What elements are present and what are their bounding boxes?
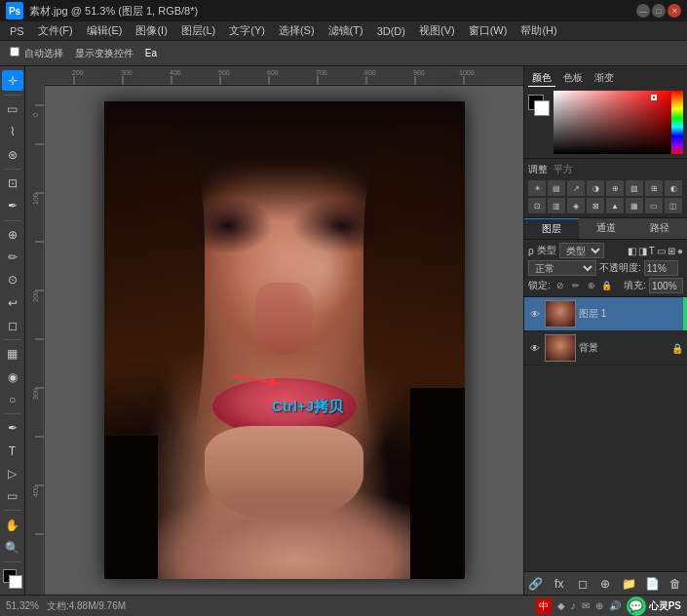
brightness-icon[interactable]: ☀ bbox=[528, 180, 546, 196]
saturation-lightness-box[interactable] bbox=[553, 91, 671, 154]
lock-label: 锁定: bbox=[528, 279, 551, 292]
tab-channels[interactable]: 通道 bbox=[579, 218, 633, 239]
crop-tool[interactable]: ⊡ bbox=[2, 173, 23, 194]
background-color[interactable] bbox=[9, 575, 22, 589]
layer-bg-visibility[interactable]: 👁 bbox=[528, 341, 542, 355]
minimize-button[interactable]: — bbox=[636, 4, 650, 18]
filter-pixel-icon[interactable]: ◧ bbox=[628, 246, 636, 256]
layer-mask-button[interactable]: ◻ bbox=[573, 575, 592, 593]
zoom-tool[interactable]: 🔍 bbox=[2, 537, 23, 558]
history-brush-tool[interactable]: ↩ bbox=[2, 292, 23, 313]
menu-item-layer[interactable]: 图层(L) bbox=[175, 21, 221, 40]
gradient-tool[interactable]: ▦ bbox=[2, 344, 23, 365]
lock-paint-icon[interactable]: ✏ bbox=[569, 279, 583, 292]
posterize-icon[interactable]: ▲ bbox=[606, 198, 624, 213]
menu-item-3d[interactable]: 3D(D) bbox=[371, 23, 411, 39]
brush-tool[interactable]: ✏ bbox=[2, 248, 23, 268]
hue-slider[interactable] bbox=[671, 91, 683, 154]
tray-icon-3: ✉ bbox=[582, 600, 590, 611]
color-panel: 颜色 色板 渐变 bbox=[524, 66, 687, 159]
menu-item-edit[interactable]: 编辑(E) bbox=[81, 21, 129, 40]
levels-icon[interactable]: ▤ bbox=[548, 180, 565, 196]
menu-item-view[interactable]: 视图(V) bbox=[413, 21, 461, 40]
path-select-tool[interactable]: ▷ bbox=[2, 463, 23, 483]
layer-item-1[interactable]: 👁 图层 1 bbox=[524, 297, 687, 331]
eraser-tool[interactable]: ◻ bbox=[2, 315, 23, 335]
tool-separator-1 bbox=[4, 95, 21, 96]
vibrance-icon[interactable]: ⊕ bbox=[606, 180, 624, 196]
layer-link-button[interactable]: 🔗 bbox=[526, 575, 546, 593]
menu-item-file[interactable]: 文件(F) bbox=[32, 21, 79, 40]
lasso-tool[interactable]: ⌇ bbox=[2, 122, 23, 142]
show-transform-label: 显示变换控件 bbox=[71, 46, 137, 61]
filter-type-select[interactable]: 类型 bbox=[559, 243, 604, 258]
color-gradient-area[interactable] bbox=[553, 91, 683, 154]
colorbalance-icon[interactable]: ⊞ bbox=[645, 180, 663, 196]
hsl-icon[interactable]: ▧ bbox=[626, 180, 643, 196]
blur-tool[interactable]: ◉ bbox=[2, 366, 23, 387]
filter-toggle[interactable]: ● bbox=[677, 246, 683, 256]
clone-tool[interactable]: ⊙ bbox=[2, 270, 23, 290]
filter-smart-icon[interactable]: ⊞ bbox=[668, 246, 675, 256]
invert-icon[interactable]: ⊠ bbox=[587, 198, 604, 213]
shape-tool[interactable]: ▭ bbox=[2, 485, 23, 506]
coloru-icon[interactable]: ◈ bbox=[567, 198, 585, 213]
layer-fx-button[interactable]: fx bbox=[550, 575, 569, 593]
menu-item-ps[interactable]: PS bbox=[4, 23, 30, 39]
quick-select-tool[interactable]: ⊛ bbox=[2, 144, 23, 165]
tab-color[interactable]: 颜色 bbox=[528, 70, 555, 87]
bg-color-box[interactable] bbox=[534, 100, 550, 116]
fg-bg-color-swatch[interactable] bbox=[2, 568, 23, 589]
opacity-input[interactable] bbox=[644, 260, 678, 276]
tray-icon-5: 🔊 bbox=[609, 600, 621, 611]
maximize-button[interactable]: □ bbox=[652, 4, 666, 18]
text-tool[interactable]: T bbox=[2, 441, 23, 461]
svg-text:1000: 1000 bbox=[459, 69, 475, 76]
lock-all-icon[interactable]: 🔒 bbox=[600, 279, 614, 292]
dodge-tool[interactable]: ○ bbox=[2, 389, 23, 409]
tab-paths[interactable]: 路径 bbox=[632, 218, 687, 239]
bw-icon[interactable]: ◐ bbox=[665, 180, 682, 196]
auto-select-checkbox[interactable] bbox=[10, 47, 19, 57]
filter-text-icon[interactable]: T bbox=[649, 246, 655, 256]
tab-layers[interactable]: 图层 bbox=[524, 218, 579, 239]
hand-tool[interactable]: ✋ bbox=[2, 515, 23, 535]
filter-shape-icon[interactable]: ▭ bbox=[657, 246, 666, 256]
curves-icon[interactable]: ↗ bbox=[567, 180, 585, 196]
blend-mode-select[interactable]: 正常 bbox=[528, 260, 596, 276]
layer-1-visibility[interactable]: 👁 bbox=[528, 307, 542, 321]
eyedropper-tool[interactable]: ✒ bbox=[2, 196, 23, 216]
move-tool[interactable]: ✛ bbox=[2, 70, 23, 91]
menu-item-type[interactable]: 文字(Y) bbox=[223, 21, 271, 40]
layer-new-button[interactable]: 📄 bbox=[642, 575, 662, 593]
menu-item-select[interactable]: 选择(S) bbox=[273, 21, 321, 40]
move-tool-options: 自动选择 bbox=[6, 46, 67, 61]
fill-input[interactable] bbox=[649, 278, 683, 293]
lock-position-icon[interactable]: ⊕ bbox=[585, 279, 598, 292]
layer-adj-button[interactable]: ⊕ bbox=[595, 575, 615, 593]
menu-item-window[interactable]: 窗口(W) bbox=[463, 21, 514, 40]
threshold-icon[interactable]: ▦ bbox=[626, 198, 643, 213]
exposure-icon[interactable]: ◑ bbox=[587, 180, 604, 196]
menu-item-filter[interactable]: 滤镜(T) bbox=[323, 21, 369, 40]
healing-tool[interactable]: ⊕ bbox=[2, 225, 23, 246]
filter-adj-icon[interactable]: ◨ bbox=[638, 246, 647, 256]
title-bar: Ps 素材.jpg @ 51.3% (图层 1, RGB/8*) — □ ✕ bbox=[0, 0, 687, 21]
close-button[interactable]: ✕ bbox=[668, 4, 681, 18]
channel-mixer-icon[interactable]: ▥ bbox=[548, 198, 565, 213]
layer-group-button[interactable]: 📁 bbox=[619, 575, 638, 593]
lock-transparency-icon[interactable]: ⊘ bbox=[553, 279, 567, 292]
selective-color-icon[interactable]: ◫ bbox=[665, 198, 682, 213]
layer-delete-button[interactable]: 🗑 bbox=[666, 575, 685, 593]
tab-swatches[interactable]: 色板 bbox=[559, 70, 587, 87]
gradient-map-icon[interactable]: ▭ bbox=[645, 198, 663, 213]
menu-item-help[interactable]: 帮助(H) bbox=[515, 21, 562, 40]
color-swatch-mini[interactable] bbox=[528, 95, 550, 116]
layer-item-bg[interactable]: 👁 背景 🔒 bbox=[524, 331, 687, 366]
menu-item-image[interactable]: 图像(I) bbox=[130, 21, 172, 40]
tab-gradient[interactable]: 渐变 bbox=[591, 70, 618, 87]
photo-filter-icon[interactable]: ⊡ bbox=[528, 198, 546, 213]
marquee-tool[interactable]: ▭ bbox=[2, 99, 23, 120]
ime-indicator[interactable]: 中 bbox=[536, 598, 552, 614]
pen-tool[interactable]: ✒ bbox=[2, 418, 23, 439]
